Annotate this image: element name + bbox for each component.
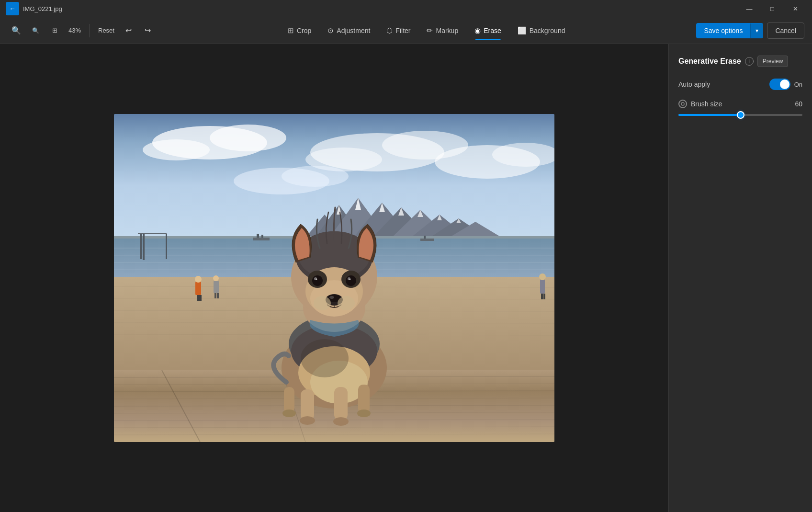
zoom-out-button[interactable]: 🔍 <box>27 22 44 39</box>
svg-rect-33 <box>143 234 145 260</box>
reset-button[interactable]: Reset <box>94 22 118 39</box>
background-label: Background <box>530 27 565 34</box>
slider-thumb[interactable] <box>737 111 744 119</box>
toggle-thumb <box>780 80 789 89</box>
auto-apply-toggle[interactable] <box>769 79 790 90</box>
filename-label: IMG_0221.jpg <box>23 5 62 12</box>
info-icon[interactable]: i <box>745 57 754 66</box>
markup-icon: ✏ <box>427 26 433 35</box>
crop-label: Crop <box>297 27 311 34</box>
auto-apply-state: On <box>794 81 802 88</box>
photo <box>114 114 554 442</box>
preview-button[interactable]: Preview <box>757 56 789 67</box>
auto-apply-toggle-group: On <box>769 79 802 90</box>
cancel-button[interactable]: Cancel <box>767 23 804 39</box>
slider-fill <box>678 114 741 116</box>
redo-button[interactable]: ↪ <box>139 22 157 39</box>
svg-point-105 <box>301 339 349 377</box>
zoom-in-button[interactable]: 🔍 <box>8 22 25 39</box>
svg-rect-51 <box>199 295 202 301</box>
divider <box>89 24 90 37</box>
brush-size-value: 60 <box>795 100 802 108</box>
markup-label: Markup <box>436 27 458 34</box>
auto-apply-row: Auto apply On <box>678 79 802 90</box>
svg-point-94 <box>346 275 356 286</box>
svg-point-84 <box>357 410 371 417</box>
svg-point-81 <box>300 416 315 425</box>
back-button[interactable]: ← <box>6 2 19 15</box>
toolbar: 🔍 🔍 ⊞ 43% Reset ↩ ↪ ⊞ Crop ⊙ Adjustment … <box>0 17 812 44</box>
fit-button[interactable]: ⊞ <box>46 22 63 39</box>
close-button[interactable]: ✕ <box>784 0 806 17</box>
minimize-button[interactable]: — <box>738 0 760 17</box>
tool-adjustment[interactable]: ⊙ Adjustment <box>320 23 378 39</box>
svg-rect-39 <box>261 235 263 238</box>
svg-rect-59 <box>543 294 545 299</box>
svg-point-49 <box>195 276 202 283</box>
right-panel: Generative Erase i Preview Auto apply On <box>668 44 812 512</box>
svg-rect-38 <box>257 234 259 238</box>
brush-size-row: Brush size 60 <box>678 100 802 108</box>
title-bar: ← IMG_0221.jpg — □ ✕ <box>0 0 812 17</box>
svg-rect-40 <box>420 239 434 241</box>
erase-label: Erase <box>484 27 501 34</box>
svg-rect-35 <box>140 234 142 259</box>
save-options-dropdown-button[interactable]: ▾ <box>750 23 763 38</box>
svg-rect-78 <box>334 387 348 421</box>
image-canvas <box>114 114 554 442</box>
brush-size-left: Brush size <box>678 100 722 108</box>
toolbar-nav: ⊞ Crop ⊙ Adjustment ⬡ Filter ✏ Markup ◉ … <box>280 23 573 39</box>
undo-button[interactable]: ↩ <box>120 22 137 39</box>
svg-point-104 <box>338 296 355 310</box>
photo-svg <box>114 114 554 442</box>
brush-size-label: Brush size <box>691 100 722 108</box>
svg-point-97 <box>316 279 317 280</box>
toolbar-right: Save options ▾ Cancel <box>696 23 804 39</box>
panel-header: Generative Erase i Preview <box>678 56 802 67</box>
svg-point-10 <box>282 166 349 187</box>
fit-icon: ⊞ <box>52 27 57 34</box>
brush-size-slider-container <box>678 114 802 116</box>
svg-point-82 <box>333 417 349 426</box>
svg-rect-37 <box>253 238 270 240</box>
undo-icon: ↩ <box>125 26 132 35</box>
image-area[interactable] <box>0 44 668 512</box>
svg-rect-48 <box>195 282 201 295</box>
save-options-group: Save options ▾ <box>696 23 763 38</box>
adjustment-label: Adjustment <box>337 27 370 34</box>
svg-point-57 <box>539 273 546 280</box>
svg-rect-77 <box>301 389 314 421</box>
svg-point-106 <box>681 102 684 105</box>
main-content: Generative Erase i Preview Auto apply On <box>0 44 812 512</box>
svg-point-3 <box>143 139 210 160</box>
brush-icon <box>678 100 687 108</box>
window-controls: — □ ✕ <box>738 0 806 17</box>
adjustment-icon: ⊙ <box>327 26 334 35</box>
zoom-in-icon: 🔍 <box>11 26 21 35</box>
slider-track[interactable] <box>678 114 802 116</box>
svg-point-101 <box>329 296 334 299</box>
save-options-button[interactable]: Save options <box>696 23 750 38</box>
svg-rect-34 <box>138 233 167 234</box>
chevron-down-icon: ▾ <box>756 27 758 34</box>
zoom-out-icon: 🔍 <box>32 27 39 34</box>
svg-rect-54 <box>214 293 216 298</box>
tool-filter[interactable]: ⬡ Filter <box>379 23 418 39</box>
svg-rect-36 <box>166 234 167 259</box>
redo-icon: ↪ <box>145 26 151 35</box>
tool-crop[interactable]: ⊞ Crop <box>280 23 319 39</box>
tool-erase[interactable]: ◉ Erase <box>467 23 509 39</box>
svg-rect-56 <box>540 279 545 294</box>
crop-icon: ⊞ <box>288 26 294 35</box>
panel-title: Generative Erase <box>678 57 741 66</box>
maximize-button[interactable]: □ <box>761 0 783 17</box>
svg-rect-52 <box>214 281 219 293</box>
tool-background[interactable]: ⬜ Background <box>510 23 573 39</box>
svg-rect-50 <box>197 295 199 301</box>
svg-point-2 <box>210 125 286 151</box>
svg-rect-55 <box>217 293 219 298</box>
back-icon: ← <box>9 5 16 12</box>
svg-rect-79 <box>284 387 294 413</box>
tool-markup[interactable]: ✏ Markup <box>419 23 466 39</box>
filter-icon: ⬡ <box>386 26 393 35</box>
